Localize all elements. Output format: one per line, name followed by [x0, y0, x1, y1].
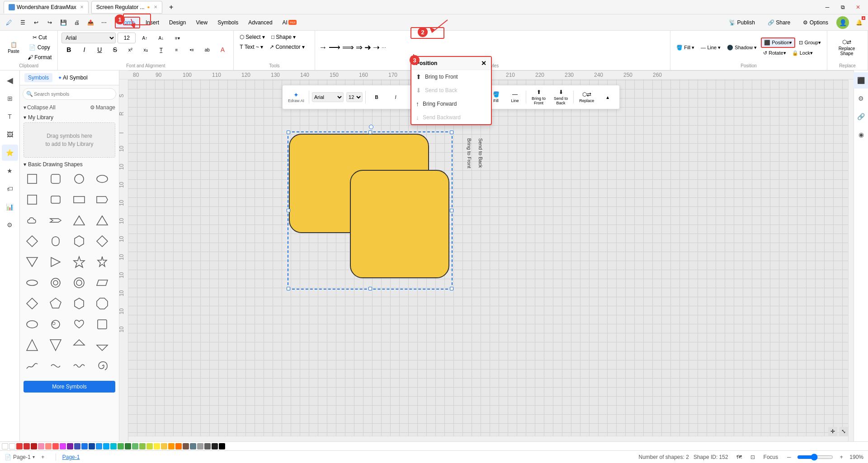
- sidebar-icons-btn[interactable]: ★: [2, 163, 18, 179]
- position-send-back[interactable]: ⬇ Send to Back: [411, 84, 491, 97]
- menu-symbols[interactable]: Symbols: [213, 18, 243, 28]
- list-btn[interactable]: ≡: [169, 46, 184, 54]
- undo-btn[interactable]: ↩: [30, 16, 42, 29]
- sidebar-images-btn[interactable]: 🖼: [2, 126, 18, 143]
- list-bullet-btn[interactable]: •≡: [184, 46, 199, 54]
- arrow4[interactable]: ⇒: [356, 42, 363, 52]
- sidebar-text-btn[interactable]: T: [2, 108, 18, 125]
- ft-bold-btn[interactable]: B: [368, 93, 385, 102]
- new-tab-button[interactable]: +: [165, 1, 178, 14]
- shape-rect3[interactable]: [71, 191, 88, 208]
- menu-insert[interactable]: Insert: [141, 18, 164, 28]
- shape-t9a[interactable]: [24, 337, 41, 354]
- color-lime[interactable]: [139, 443, 146, 449]
- color-black[interactable]: [219, 443, 225, 449]
- shape-star4[interactable]: [71, 253, 88, 271]
- color-pink[interactable]: [38, 443, 44, 449]
- ft-line-btn[interactable]: — Line: [507, 89, 523, 105]
- color-darkpurple[interactable]: [67, 443, 73, 449]
- shape-sq8[interactable]: [94, 316, 111, 333]
- sidebar-templates-btn[interactable]: ⊞: [2, 90, 18, 107]
- handle-bl[interactable]: [287, 287, 290, 290]
- shape-t9c[interactable]: [71, 337, 88, 354]
- increase-font-btn[interactable]: A↑: [137, 34, 152, 42]
- shape-banner[interactable]: [94, 191, 111, 208]
- print-btn[interactable]: 🖨: [71, 16, 83, 29]
- shape-c2[interactable]: [47, 316, 64, 333]
- scroll-h[interactable]: [128, 436, 848, 441]
- shape-circle[interactable]: [71, 170, 88, 187]
- color-red2[interactable]: [24, 443, 30, 449]
- shape-hex2[interactable]: [71, 295, 88, 312]
- shape-c1[interactable]: [24, 316, 41, 333]
- sidebar-collapse-btn[interactable]: ◀: [2, 72, 18, 89]
- logo-btn[interactable]: 🖊: [3, 16, 15, 29]
- save-btn[interactable]: 💾: [57, 16, 70, 29]
- shape-btn[interactable]: □Shape ▾: [269, 33, 298, 42]
- zoom-in-btn[interactable]: +: [835, 451, 848, 463]
- manage-btn[interactable]: ⚙ Manage: [90, 104, 115, 111]
- expand-btn[interactable]: ⤡: [839, 427, 848, 436]
- handle-bm[interactable]: [368, 287, 372, 290]
- right-sidebar-btn4[interactable]: ◉: [853, 126, 868, 143]
- font-family-select[interactable]: Arial: [61, 33, 116, 43]
- shape-oct[interactable]: [94, 295, 111, 312]
- my-library-header[interactable]: ▾ My Library: [24, 114, 115, 121]
- page-dropdown-icon[interactable]: ▾: [33, 454, 35, 459]
- arrow6[interactable]: ➝: [373, 42, 380, 52]
- scroll-v[interactable]: [848, 80, 854, 441]
- shape-pent[interactable]: [47, 295, 64, 312]
- color-red1[interactable]: [16, 443, 23, 449]
- sidebar-symbols-btn[interactable]: ⭐: [2, 145, 18, 161]
- shape-para[interactable]: [94, 274, 111, 291]
- shadow-btn[interactable]: 🌑 Shadow ▾: [725, 43, 759, 52]
- connector-btn[interactable]: ↗Connector ▾: [267, 42, 307, 51]
- shape-round2[interactable]: [47, 233, 64, 250]
- minimize-button[interactable]: ─: [821, 2, 834, 12]
- shape-t9d[interactable]: [94, 337, 111, 354]
- edraw-ai-btn[interactable]: ✦ Edraw AI: [286, 90, 306, 104]
- position-bring-forward[interactable]: ↑ Bring Forward: [411, 97, 491, 111]
- replace-shape-btn[interactable]: ⬡⇄ ReplaceShape: [831, 37, 863, 57]
- shape-spiral[interactable]: [94, 357, 111, 374]
- text-align-btn[interactable]: ≡▾: [170, 34, 184, 42]
- tab-ai-symbol[interactable]: ✦ AI Symbol: [54, 73, 91, 82]
- color-white[interactable]: [9, 443, 15, 449]
- shape-cloud[interactable]: [24, 212, 41, 229]
- ft-replace-btn[interactable]: ⬡⇄ Replace: [576, 89, 597, 105]
- color-coral[interactable]: [52, 443, 59, 449]
- handle-mr[interactable]: [450, 209, 453, 212]
- shape-star5[interactable]: [94, 253, 111, 271]
- line-btn[interactable]: — Line ▾: [698, 43, 723, 52]
- rotation-handle[interactable]: [369, 125, 373, 129]
- sidebar-widgets-btn[interactable]: ⚙: [2, 217, 18, 233]
- cut-btn[interactable]: ✂ Cut: [25, 33, 54, 42]
- more-symbols-btn[interactable]: More Symbols: [24, 381, 115, 393]
- color-transparent[interactable]: [2, 443, 8, 449]
- shape-wave[interactable]: [24, 357, 41, 374]
- shape-rh[interactable]: [94, 233, 111, 250]
- add-page-btn[interactable]: +: [37, 451, 49, 463]
- rotate-btn[interactable]: ↺ Rotate▾: [761, 49, 788, 57]
- color-red3[interactable]: [31, 443, 37, 449]
- text-btn[interactable]: TText ~ ▾: [237, 42, 265, 51]
- zoom-out-btn[interactable]: ─: [783, 451, 795, 463]
- color-bluegray[interactable]: [190, 443, 196, 449]
- color-brown[interactable]: [183, 443, 189, 449]
- close-tab-icon[interactable]: ✕: [80, 5, 84, 9]
- color-amber[interactable]: [161, 443, 167, 449]
- shape-curly[interactable]: [47, 357, 64, 374]
- color-green[interactable]: [118, 443, 124, 449]
- search-input[interactable]: [23, 88, 116, 100]
- color-darkblue[interactable]: [89, 443, 95, 449]
- shape-hex[interactable]: [71, 233, 88, 250]
- position-bring-front[interactable]: ⬆ Bring to Front: [411, 70, 491, 84]
- ft-italic-btn[interactable]: I: [387, 93, 404, 102]
- share-btn[interactable]: 🔗 Share: [763, 18, 795, 28]
- shape-rr2[interactable]: [47, 191, 64, 208]
- dropdown-close-icon[interactable]: ✕: [481, 60, 486, 67]
- underline-btn[interactable]: U: [92, 45, 107, 55]
- shape-process[interactable]: [47, 212, 64, 229]
- color-gray[interactable]: [197, 443, 203, 449]
- format-painter-btn[interactable]: 🖌 Format: [25, 53, 54, 62]
